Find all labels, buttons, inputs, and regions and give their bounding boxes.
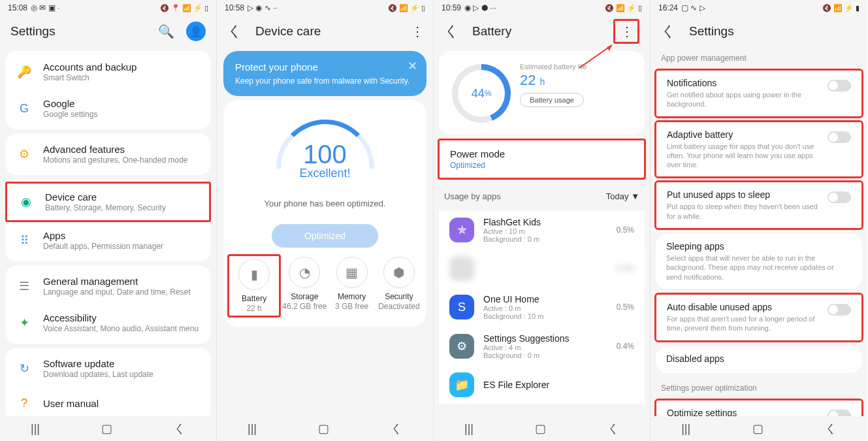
security-icon: ⬢ — [383, 257, 415, 288]
toggle-disabled-apps[interactable]: Disabled apps — [656, 346, 862, 373]
settings-item-google[interactable]: G Google Google settings — [5, 90, 211, 127]
toggle-title: Optimize settings — [667, 408, 821, 416]
care-tab-battery[interactable]: ▮ Battery 22 h — [227, 254, 281, 318]
care-tab-memory[interactable]: ▦ Memory 3 GB free — [329, 257, 376, 318]
toggle-switch[interactable] — [828, 80, 851, 91]
back-icon[interactable]: く — [227, 22, 242, 41]
app-percent: 0.4% — [617, 342, 634, 351]
more-icon[interactable]: ⋮ — [411, 24, 423, 39]
settings-item-device-care[interactable]: ◉ Device care Battery, Storage, Memory, … — [5, 182, 211, 222]
recents-button[interactable]: ||| — [681, 422, 690, 436]
power-mode-value: Optimized — [450, 161, 634, 170]
status-bar: 10:59◉ ▷ ⬢ ··· 🔇 📶 ⚡ ▯ — [434, 0, 650, 16]
toggle-optimize-settings[interactable]: Optimize settings Save battery by optimi… — [656, 400, 861, 416]
home-button[interactable]: ▢ — [535, 421, 546, 436]
header: く Battery ⋮ — [434, 16, 650, 47]
status-bar: 15:08◎ ✉ ▣ · 🔇 📍 📶 ⚡ ▯ — [0, 0, 216, 16]
toggle-switch[interactable] — [828, 410, 851, 416]
settings-item-accounts-and-backup[interactable]: 🔑 Accounts and backup Smart Switch — [5, 54, 211, 90]
status-time: 15:08 — [8, 3, 27, 12]
app-percent: 0.5% — [617, 302, 634, 312]
item-title: Accessibility — [43, 312, 201, 323]
toggle-put-unused-apps-to-sleep[interactable]: Put unused apps to sleep Put apps to sle… — [656, 182, 861, 228]
tab-name: Security — [376, 292, 423, 301]
back-button[interactable]: く — [391, 421, 402, 436]
status-icons: ▢ ∿ ▷ — [681, 3, 705, 12]
item-icon: G — [16, 100, 33, 117]
toggle-switch[interactable] — [828, 191, 851, 203]
status-right-icons: 🔇 📍 📶 ⚡ ▯ — [160, 4, 208, 12]
toggle-switch[interactable] — [828, 131, 851, 143]
toggle-desc: Put apps to sleep when they haven't been… — [667, 202, 821, 221]
care-tab-storage[interactable]: ◔ Storage 46.2 GB free — [281, 257, 328, 318]
app-row[interactable]: 📁 ES File Explorer — [439, 366, 645, 404]
item-icon: ✦ — [16, 314, 33, 331]
item-icon: ↻ — [16, 360, 33, 377]
battery-summary: 44% Estimated battery life 22 h Battery … — [439, 51, 645, 135]
page-title: Device care — [255, 24, 321, 39]
tab-value: 46.2 GB free — [281, 302, 328, 311]
toggle-title: Put unused apps to sleep — [667, 189, 821, 200]
banner-title: Protect your phone — [235, 61, 415, 73]
battery-usage-button[interactable]: Battery usage — [520, 93, 584, 107]
item-title: Apps — [43, 230, 201, 241]
power-mode-row[interactable]: Power mode Optimized — [438, 139, 646, 180]
item-icon: ? — [16, 395, 33, 412]
home-button[interactable]: ▢ — [752, 421, 764, 436]
back-button[interactable]: く — [174, 421, 185, 436]
home-button[interactable]: ▢ — [101, 421, 112, 436]
profile-icon[interactable]: 👤 — [186, 22, 206, 41]
app-row[interactable]: S One UI Home Active : 0 m Background : … — [439, 287, 645, 327]
toggle-switch[interactable] — [828, 304, 851, 316]
back-button[interactable]: く — [607, 421, 619, 436]
screen-battery: 10:59◉ ▷ ⬢ ··· 🔇 📶 ⚡ ▯ く Battery ⋮ 44% E… — [434, 0, 651, 441]
screen-settings: 15:08◎ ✉ ▣ · 🔇 📍 📶 ⚡ ▯ Settings 🔍 👤 🔑 Ac… — [0, 0, 217, 441]
app-icon: S — [449, 295, 474, 319]
recents-button[interactable]: ||| — [31, 422, 40, 436]
battery-icon: ▮ — [238, 259, 270, 290]
recents-button[interactable]: ||| — [248, 422, 257, 436]
security-banner[interactable]: Protect your phone Keep your phone safe … — [223, 51, 426, 96]
settings-item-user-manual[interactable]: ? User manual — [5, 387, 211, 416]
back-button[interactable]: く — [825, 421, 837, 436]
toggle-adaptive-battery[interactable]: Adaptive battery Limit battery usage for… — [656, 122, 861, 177]
item-title: Software update — [43, 358, 201, 369]
care-tab-security[interactable]: ⬢ Security Deactivated — [376, 257, 423, 318]
app-row[interactable]: ⚙ Settings Suggestions Active : 4 m Back… — [439, 327, 645, 366]
recents-button[interactable]: ||| — [464, 422, 474, 436]
app-row[interactable]: ✯ FlashGet Kids Active : 10 m Background… — [439, 210, 645, 250]
item-icon: ◉ — [18, 193, 35, 210]
close-icon[interactable]: ✕ — [408, 59, 417, 73]
toggle-title: Sleeping apps — [666, 241, 845, 252]
settings-item-software-update[interactable]: ↻ Software update Download updates, Last… — [5, 350, 211, 387]
header: Settings 🔍 👤 — [0, 16, 216, 47]
banner-subtitle: Keep your phone safe from malware with S… — [235, 76, 415, 86]
status-right-icons: 🔇 📶 ⚡ ▮ — [822, 4, 860, 12]
today-dropdown[interactable]: Today ▼ — [606, 191, 639, 201]
header: く Device care ⋮ — [217, 16, 433, 47]
toggle-desc: Limit battery usage for apps that you do… — [667, 142, 821, 170]
status-time: 16:24 — [658, 3, 678, 12]
home-button[interactable]: ▢ — [318, 421, 329, 436]
toggle-notifications[interactable]: Notifications Get notified about apps us… — [656, 71, 861, 116]
search-icon[interactable]: 🔍 — [158, 24, 174, 39]
app-row[interactable]: 0.5% — [439, 250, 645, 287]
screen-power-settings: 16:24▢ ∿ ▷ 🔇 📶 ⚡ ▮ く Settings App power … — [651, 0, 867, 441]
settings-item-advanced-features[interactable]: ⚙ Advanced features Motions and gestures… — [5, 136, 211, 172]
status-bar: 16:24▢ ∿ ▷ 🔇 📶 ⚡ ▮ — [651, 0, 867, 16]
settings-item-apps[interactable]: ⠿ Apps Default apps, Permission manager — [5, 222, 211, 259]
item-icon: ⚙ — [16, 146, 33, 163]
toggle-auto-disable-unused-apps[interactable]: Auto disable unused apps For apps that a… — [656, 295, 861, 340]
optimize-button[interactable]: Optimized — [272, 224, 378, 248]
item-subtitle: Language and input, Date and time, Reset — [43, 287, 201, 297]
settings-item-general-management[interactable]: ☰ General management Language and input,… — [5, 268, 211, 304]
more-icon[interactable]: ⋮ — [613, 19, 639, 44]
back-icon[interactable]: く — [444, 22, 459, 41]
item-title: Google — [43, 98, 201, 109]
tab-name: Battery — [231, 294, 278, 303]
nav-bar: ||| ▢ く — [651, 416, 867, 441]
settings-item-accessibility[interactable]: ✦ Accessibility Voice Assistant, Mono au… — [5, 304, 211, 341]
item-title: General management — [43, 276, 201, 287]
toggle-sleeping-apps[interactable]: Sleeping apps Select apps that will neve… — [656, 234, 862, 289]
back-icon[interactable]: く — [661, 22, 676, 41]
